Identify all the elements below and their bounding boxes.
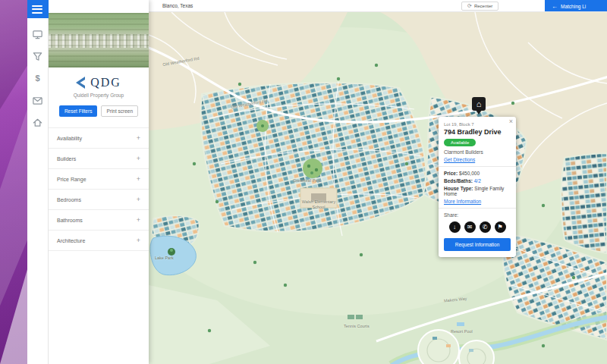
map-top-bar: Blanco, Texas ⟳ Recenter ← Matching Li	[149, 0, 607, 12]
expand-plus-icon: +	[137, 175, 140, 183]
more-information-link[interactable]: More Information	[444, 199, 481, 204]
listing-card: × Lot 19, Block 7 794 Bradley Drive Avai…	[439, 117, 516, 257]
community-aerial-photo	[49, 13, 149, 67]
expand-plus-icon: +	[137, 216, 140, 224]
recenter-icon: ⟳	[467, 3, 472, 9]
filter-price-range[interactable]: Price Range +	[49, 169, 149, 190]
price-row: Price: $450,000	[444, 171, 511, 176]
park-label: Greenleaf Park	[293, 178, 321, 183]
community-map-graphic	[149, 12, 607, 364]
company-name: Quidell Property Group	[49, 93, 149, 98]
filter-builders[interactable]: Builders +	[49, 149, 149, 169]
app-window: $ QDG Quidell Property Group Reset Filte…	[0, 0, 607, 364]
price-dollar-icon[interactable]: $	[32, 72, 44, 84]
home-icon[interactable]	[32, 116, 44, 128]
house-type-label: House Type:	[444, 186, 473, 191]
share-email-icon[interactable]: ✉	[464, 221, 476, 233]
school-label: Walsh Elementary School	[297, 199, 340, 210]
share-phone-icon[interactable]: ✆	[480, 221, 491, 233]
lake-park-label: Lake Park	[155, 256, 174, 260]
recenter-label: Recenter	[474, 4, 492, 8]
filter-bedrooms[interactable]: Bedrooms +	[49, 190, 149, 210]
filter-label: Bathrooms	[57, 218, 83, 223]
availability-badge: Available	[444, 139, 476, 146]
expand-plus-icon: +	[137, 155, 140, 162]
beds-baths-value: 4/2	[474, 178, 481, 184]
company-logo: QDG	[49, 76, 149, 89]
print-screen-button[interactable]: Print screen	[101, 105, 138, 117]
listing-address: 794 Bradley Drive	[444, 128, 511, 136]
logo-text: QDG	[90, 76, 121, 89]
filter-label: Bedrooms	[57, 197, 81, 202]
desktop-wallpaper	[0, 0, 27, 364]
mail-icon[interactable]	[32, 94, 44, 106]
beds-baths-row: Beds/Baths: 4/2	[444, 178, 511, 184]
close-icon[interactable]: ×	[509, 118, 513, 125]
community-map[interactable]: Old Weatherford Rd Old Weatherford Rd Gr…	[149, 12, 607, 364]
share-label: Share:	[444, 212, 511, 218]
filter-availability[interactable]: Availability +	[49, 128, 149, 149]
pin-house-icon: ⌂	[476, 99, 482, 108]
resort-pool-label: Resort Pool	[451, 329, 473, 334]
filter-funnel-icon[interactable]	[32, 50, 44, 62]
share-bookmark-icon[interactable]: ⚑	[495, 221, 506, 233]
filter-bathrooms[interactable]: Bathrooms +	[49, 210, 149, 231]
beds-baths-label: Beds/Baths:	[444, 178, 473, 184]
request-information-button[interactable]: Request Information	[444, 238, 511, 251]
filter-architecture[interactable]: Architecture +	[49, 231, 149, 251]
back-arrow-icon: ←	[552, 3, 558, 10]
expand-plus-icon: +	[137, 196, 140, 203]
filter-accordion: Availability + Builders + Price Range + …	[49, 127, 149, 251]
house-type-row: House Type: Single Family Home	[444, 186, 511, 196]
matching-listings-button[interactable]: ← Matching Li	[545, 0, 607, 12]
matching-listings-label: Matching Li	[561, 4, 586, 9]
icon-rail: $	[27, 0, 49, 364]
filter-label: Architecture	[57, 238, 85, 243]
share-icons: ↓ ✉ ✆ ⚑	[444, 221, 511, 233]
reset-filters-button[interactable]: Reset Filters	[59, 105, 97, 117]
logo-chevron-icon	[76, 77, 86, 89]
price-label: Price:	[444, 171, 458, 176]
filter-panel: QDG Quidell Property Group Reset Filters…	[49, 0, 149, 364]
get-directions-link[interactable]: Get Directions	[444, 157, 475, 162]
tennis-courts-label: Tennis Courts	[344, 324, 370, 328]
location-label: Blanco, Texas	[162, 3, 193, 8]
filter-label: Availability	[57, 136, 82, 141]
price-value: $450,000	[459, 171, 480, 176]
filter-label: Builders	[57, 156, 76, 162]
builder-name: Clarmont Builders	[444, 149, 511, 155]
dollar-glyph: $	[35, 74, 39, 83]
expand-plus-icon: +	[137, 134, 140, 142]
lot-block-label: Lot 19, Block 7	[444, 122, 511, 127]
menu-icon[interactable]	[27, 0, 49, 18]
recenter-button[interactable]: ⟳ Recenter	[461, 2, 498, 11]
expand-plus-icon: +	[137, 237, 140, 244]
monitor-icon[interactable]	[32, 28, 44, 40]
filter-label: Price Range	[57, 177, 86, 182]
selected-lot-pin[interactable]: ⌂	[472, 97, 486, 111]
share-download-icon[interactable]: ↓	[449, 221, 461, 233]
